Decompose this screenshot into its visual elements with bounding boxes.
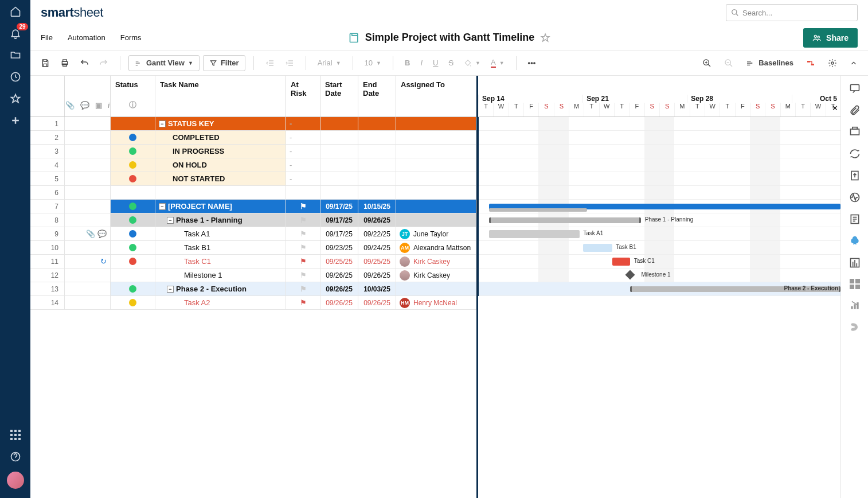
status-cell[interactable] [111, 131, 155, 144]
gantt-bar[interactable] [489, 230, 580, 238]
assigned-cell[interactable]: JTJune Taylor [396, 227, 476, 240]
print-icon[interactable] [57, 55, 73, 71]
status-cell[interactable] [111, 145, 155, 158]
assigned-cell[interactable]: AMAlexandra Mattson [396, 241, 476, 254]
more-icon[interactable]: ••• [525, 55, 539, 71]
task-cell[interactable]: COMPLETED [155, 131, 286, 144]
risk-cell[interactable]: - [286, 117, 320, 130]
start-date-cell[interactable] [320, 186, 358, 199]
end-date-cell[interactable] [358, 172, 396, 185]
row-number[interactable]: 4 [30, 158, 65, 172]
grid-row[interactable]: 8−Phase 1 - Planning⚑09/17/2509/26/25 [30, 213, 476, 227]
start-date-cell[interactable] [320, 145, 358, 158]
risk-cell[interactable]: ⚑ [286, 282, 320, 295]
gantt-row[interactable]: Task A1 [478, 227, 840, 241]
grid-row[interactable]: 7−[PROJECT NAME]⚑09/17/2510/15/25 [30, 200, 476, 213]
start-date-cell[interactable]: 09/26/25 [320, 296, 358, 309]
end-date-cell[interactable]: 09/24/25 [358, 241, 396, 254]
task-cell[interactable]: Milestone 1 [155, 269, 286, 282]
undo-icon[interactable] [76, 55, 92, 71]
gantt-row[interactable] [478, 131, 840, 145]
end-date-cell[interactable] [358, 158, 396, 172]
conversations-icon[interactable] [849, 83, 861, 94]
grid-row[interactable]: 11↻Task C1⚑09/25/2509/25/25Kirk Caskey [30, 255, 476, 269]
task-cell[interactable]: IN PROGRESS [155, 145, 286, 158]
row-number[interactable]: 13 [30, 282, 65, 295]
underline-icon[interactable]: U [429, 55, 441, 71]
collapse-toggle[interactable]: − [159, 120, 166, 127]
publish-icon[interactable] [849, 170, 861, 181]
row-number[interactable]: 10 [30, 241, 65, 254]
grid-row[interactable]: 14Task A2⚑09/26/2509/26/25HMHenry McNeal [30, 296, 476, 310]
risk-cell[interactable]: ⚑ [286, 200, 320, 213]
assigned-cell[interactable] [396, 131, 476, 144]
fill-icon[interactable]: ▼ [460, 55, 484, 71]
assigned-cell[interactable] [396, 200, 476, 213]
zoomin-icon[interactable] [699, 55, 715, 71]
grid-row[interactable]: 9📎💬Task A1⚑09/17/2509/22/25JTJune Taylor [30, 227, 476, 241]
comment-header-icon[interactable]: 💬 [80, 101, 89, 110]
status-cell[interactable] [111, 186, 155, 199]
row-number[interactable]: 1 [30, 117, 65, 130]
start-date-cell[interactable] [320, 131, 358, 144]
status-cell[interactable] [111, 172, 155, 185]
outdent-icon[interactable] [262, 55, 278, 71]
gantt-row[interactable]: Phase 1 - Planning [478, 213, 840, 227]
end-date-cell[interactable]: 10/15/25 [358, 200, 396, 213]
row-number[interactable]: 6 [30, 186, 65, 199]
connector-icon[interactable] [849, 321, 861, 333]
chevron-up-icon[interactable] [846, 55, 861, 71]
critical-path-icon[interactable] [803, 55, 819, 71]
gantt-timeline[interactable]: Sep 14Sep 21Sep 28Oct 5 TWTFSSMTWTFSSMTW… [478, 76, 840, 498]
risk-cell[interactable]: ⚑ [286, 227, 320, 240]
start-date-cell[interactable] [320, 172, 358, 185]
start-date-cell[interactable]: 09/17/25 [320, 227, 358, 240]
menu-file[interactable]: File [41, 33, 53, 42]
font-select[interactable]: Arial ▼ [314, 55, 345, 71]
collapse-toggle[interactable]: − [167, 217, 174, 224]
row-number[interactable]: 14 [30, 296, 65, 309]
risk-cell[interactable]: - [286, 145, 320, 158]
start-date-cell[interactable]: 09/23/25 [320, 241, 358, 254]
settings-icon[interactable] [824, 55, 840, 71]
row-number[interactable]: 7 [30, 200, 65, 213]
task-cell[interactable]: −Phase 2 - Execution [155, 282, 286, 295]
status-cell[interactable] [111, 269, 155, 282]
info-header-icon[interactable]: i [108, 101, 110, 110]
refresh-icon[interactable]: ↻ [100, 257, 107, 266]
view-switcher[interactable]: Gantt View▼ [128, 55, 200, 71]
redo-icon[interactable] [96, 55, 112, 71]
gantt-row[interactable] [478, 172, 840, 186]
assigned-cell[interactable] [396, 117, 476, 130]
end-date-cell[interactable] [358, 117, 396, 130]
notifications-icon[interactable]: 29 [9, 26, 22, 40]
gantt-row[interactable]: Task B1 [478, 241, 840, 255]
row-number[interactable]: 3 [30, 145, 65, 158]
workapps-icon[interactable] [849, 257, 861, 269]
status-cell[interactable] [111, 255, 155, 268]
task-cell[interactable]: Task C1 [155, 255, 286, 268]
start-date-cell[interactable] [320, 117, 358, 130]
gantt-row[interactable] [478, 117, 840, 131]
row-number[interactable]: 8 [30, 213, 65, 227]
start-date-cell[interactable]: 09/17/25 [320, 200, 358, 213]
star-icon[interactable] [540, 33, 550, 43]
risk-cell[interactable]: ⚑ [286, 213, 320, 227]
grid-row[interactable]: 1−STATUS KEY- [30, 117, 476, 131]
comment-icon[interactable]: 💬 [97, 229, 107, 238]
milestone-icon[interactable] [625, 270, 635, 280]
update-requests-icon[interactable] [849, 148, 861, 159]
gantt-row[interactable] [478, 158, 840, 172]
italic-icon[interactable]: I [417, 55, 426, 71]
grid-row[interactable]: 12Milestone 1⚑09/26/2509/26/25Kirk Caske… [30, 269, 476, 282]
assigned-cell[interactable]: HMHenry McNeal [396, 296, 476, 309]
start-date-cell[interactable]: 09/26/25 [320, 282, 358, 295]
proof-header-icon[interactable]: ▣ [95, 101, 102, 110]
row-number[interactable]: 2 [30, 131, 65, 144]
end-date-cell[interactable] [358, 145, 396, 158]
brain-icon[interactable] [849, 235, 861, 247]
indent-icon[interactable] [281, 55, 298, 71]
share-button[interactable]: Share [803, 28, 858, 48]
menu-forms[interactable]: Forms [120, 33, 142, 42]
end-date-cell[interactable]: 10/03/25 [358, 282, 396, 295]
